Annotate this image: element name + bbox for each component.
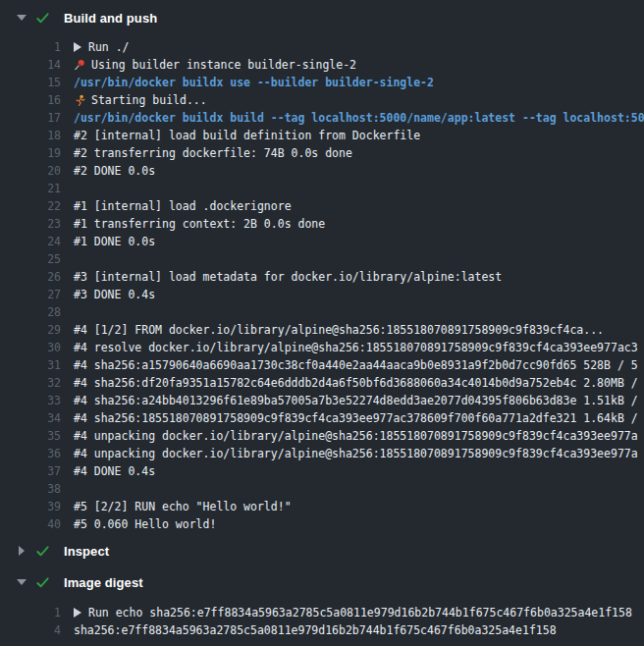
line-content: #4 resolve docker.io/library/alpine@sha2… <box>61 339 638 356</box>
log-line: 16 Starting build... <box>0 91 644 109</box>
log-text: #4 sha256:a15790640a6690aa1730c38cf0a440… <box>74 356 638 374</box>
line-content: #2 DONE 0.0s <box>61 162 155 180</box>
log-text: #3 [internal] load metadata for docker.i… <box>74 268 502 286</box>
line-number[interactable]: 4 <box>0 621 61 639</box>
line-number[interactable]: 1 <box>0 604 61 621</box>
line-content: Starting build... <box>61 91 207 109</box>
log-text: #4 sha256:185518070891758909c9f839cf4ca3… <box>74 409 638 427</box>
line-content: Using builder instance builder-single-2 <box>61 56 356 74</box>
log-line: 23 #1 transferring context: 2B 0.0s done <box>0 215 644 233</box>
line-content: #1 DONE 0.0s <box>61 233 155 250</box>
line-number[interactable]: 32 <box>0 374 61 392</box>
line-content: Run ./ <box>61 38 130 56</box>
log-line: 27 #3 DONE 0.4s <box>0 286 644 303</box>
line-content: #4 sha256:a24bb4013296f61e89ba57005a7b3e… <box>61 392 638 409</box>
log-line: 30 #4 resolve docker.io/library/alpine@s… <box>0 339 644 356</box>
log-text: #3 DONE 0.4s <box>74 286 155 303</box>
section-header[interactable]: Image digest <box>0 571 644 593</box>
log-text: Run echo sha256:e7ff8834a5963a2785c5a081… <box>88 604 632 621</box>
line-number[interactable]: 39 <box>0 498 61 515</box>
log-text: #2 DONE 0.0s <box>74 162 155 180</box>
log-line: 1 Run ./ <box>0 38 644 56</box>
log-text: #5 0.060 Hello world! <box>74 515 216 533</box>
expand-group-icon[interactable] <box>74 608 81 618</box>
log-line: 26 #3 [internal] load metadata for docke… <box>0 268 644 286</box>
log-line: 18 #2 [internal] load build definition f… <box>0 127 644 144</box>
log-text: #1 transferring context: 2B 0.0s done <box>74 215 325 233</box>
log-line: 32 #4 sha256:df20fa9351a15782c64e6dddb2d… <box>0 374 644 392</box>
log-text: sha256:e7ff8834a5963a2785c5a0811e979d16b… <box>74 621 557 639</box>
workflow-log-panel: Build and push 1 Run ./ 14 Using builder… <box>0 0 644 646</box>
line-number[interactable]: 31 <box>0 356 61 374</box>
log-line: 4 sha256:e7ff8834a5963a2785c5a0811e979d1… <box>0 621 644 639</box>
log-text: #4 sha256:a24bb4013296f61e89ba57005a7b3e… <box>74 392 638 409</box>
log-line: 15 /usr/bin/docker buildx use --builder … <box>0 74 644 91</box>
line-number[interactable]: 29 <box>0 321 61 339</box>
line-number[interactable]: 35 <box>0 427 61 445</box>
log-line: 14 Using builder instance builder-single… <box>0 56 644 74</box>
chevron-down-icon <box>17 579 27 585</box>
section-body: 1 Run ./ 14 Using builder instance build… <box>0 38 644 533</box>
section-header[interactable]: Inspect <box>0 540 644 562</box>
line-number[interactable]: 16 <box>0 91 61 109</box>
log-text: #1 [internal] load .dockerignore <box>74 197 292 215</box>
line-content: #5 [2/2] RUN echo "Hello world!" <box>61 498 292 515</box>
log-line: 1 Run echo sha256:e7ff8834a5963a2785c5a0… <box>0 604 644 621</box>
line-number[interactable]: 37 <box>0 462 61 480</box>
log-line: 31 #4 sha256:a15790640a6690aa1730c38cf0a… <box>0 356 644 374</box>
line-number[interactable]: 38 <box>0 480 61 498</box>
line-content: #4 DONE 0.4s <box>61 462 155 480</box>
line-number[interactable]: 17 <box>0 109 61 127</box>
line-content: #1 [internal] load .dockerignore <box>61 197 292 215</box>
line-number[interactable]: 24 <box>0 233 61 250</box>
line-content: #4 unpacking docker.io/library/alpine@sh… <box>61 427 638 445</box>
log-line: 20 #2 DONE 0.0s <box>0 162 644 180</box>
log-line: 21 <box>0 180 644 197</box>
log-text: #4 resolve docker.io/library/alpine@sha2… <box>74 339 638 356</box>
line-content: #2 transferring dockerfile: 74B 0.0s don… <box>61 144 352 162</box>
chevron-right-icon <box>17 546 27 556</box>
line-content: #4 sha256:df20fa9351a15782c64e6dddb2d4a6… <box>61 374 638 392</box>
line-number[interactable]: 15 <box>0 74 61 91</box>
log-line: 22 #1 [internal] load .dockerignore <box>0 197 644 215</box>
log-section-build: Build and push 1 Run ./ 14 Using builder… <box>0 7 644 533</box>
line-number[interactable]: 20 <box>0 162 61 180</box>
line-number[interactable]: 28 <box>0 303 61 321</box>
line-number[interactable]: 26 <box>0 268 61 286</box>
line-content: /usr/bin/docker buildx use --builder bui… <box>61 74 434 91</box>
line-number[interactable]: 36 <box>0 445 61 462</box>
line-number[interactable]: 30 <box>0 339 61 356</box>
line-content: #4 [1/2] FROM docker.io/library/alpine@s… <box>61 321 604 339</box>
log-line: 29 #4 [1/2] FROM docker.io/library/alpin… <box>0 321 644 339</box>
log-section-digest: Image digest 1 Run echo sha256:e7ff8834a… <box>0 571 644 639</box>
line-number[interactable]: 14 <box>0 56 61 74</box>
section-header[interactable]: Build and push <box>0 7 644 28</box>
line-content <box>61 480 74 498</box>
line-number[interactable]: 23 <box>0 215 61 233</box>
check-success-icon <box>35 11 50 26</box>
line-number[interactable]: 25 <box>0 250 61 268</box>
log-text: /usr/bin/docker buildx build --tag local… <box>74 109 644 127</box>
line-number[interactable]: 22 <box>0 197 61 215</box>
line-content: #3 [internal] load metadata for docker.i… <box>61 268 502 286</box>
line-content: Run echo sha256:e7ff8834a5963a2785c5a081… <box>61 604 632 621</box>
line-number[interactable]: 33 <box>0 392 61 409</box>
line-content <box>61 303 74 321</box>
log-text: /usr/bin/docker buildx use --builder bui… <box>74 74 434 91</box>
line-number[interactable]: 21 <box>0 180 61 197</box>
line-number[interactable]: 19 <box>0 144 61 162</box>
section-body: 1 Run echo sha256:e7ff8834a5963a2785c5a0… <box>0 604 644 639</box>
line-number[interactable]: 40 <box>0 515 61 533</box>
line-number[interactable]: 18 <box>0 127 61 144</box>
line-number[interactable]: 1 <box>0 38 61 56</box>
log-section-inspect: Inspect <box>0 540 644 562</box>
log-line: 40 #5 0.060 Hello world! <box>0 515 644 533</box>
log-text: #1 DONE 0.0s <box>74 233 155 250</box>
log-line: 36 #4 unpacking docker.io/library/alpine… <box>0 445 644 462</box>
line-content: #5 0.060 Hello world! <box>61 515 216 533</box>
expand-group-icon[interactable] <box>74 42 81 52</box>
line-number[interactable]: 27 <box>0 286 61 303</box>
line-content: #1 transferring context: 2B 0.0s done <box>61 215 325 233</box>
log-text: #4 [1/2] FROM docker.io/library/alpine@s… <box>74 321 604 339</box>
line-number[interactable]: 34 <box>0 409 61 427</box>
